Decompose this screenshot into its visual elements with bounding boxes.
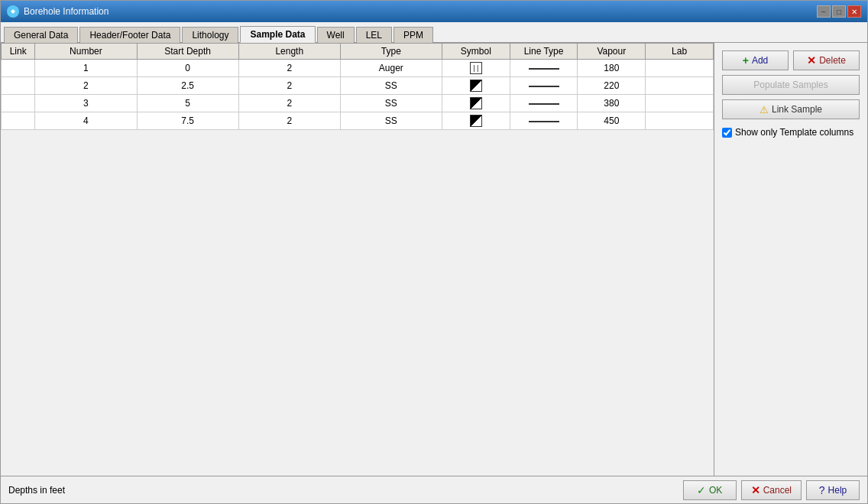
depths-label: Depths in feet (8, 485, 65, 496)
status-bar: Depths in feet ✓ OK ✕ Cancel ? Help (1, 476, 867, 503)
close-button[interactable]: ✕ (847, 5, 861, 18)
cell-start-depth: 5 (137, 95, 238, 112)
tab-sample-data[interactable]: Sample Data (240, 26, 315, 43)
cell-link (2, 95, 35, 112)
cancel-cross-icon: ✕ (751, 484, 760, 496)
maximize-button[interactable]: □ (832, 5, 846, 18)
cell-type: SS (340, 77, 442, 95)
table-row[interactable]: 352SS380 (2, 95, 714, 112)
ok-button[interactable]: ✓ OK (683, 480, 737, 500)
cell-vapour: 180 (578, 60, 646, 77)
tabs-bar: General Data Header/Footer Data Litholog… (1, 22, 867, 43)
cell-type: SS (340, 112, 442, 130)
cell-start-depth: 0 (137, 60, 238, 77)
main-window: Borehole Information − □ ✕ General Data … (0, 0, 868, 504)
show-template-row: Show only Template columns (722, 127, 860, 138)
cell-number: 4 (35, 112, 137, 130)
col-header-number: Number (35, 44, 137, 60)
line-type-icon (529, 68, 559, 70)
cell-vapour: 450 (578, 112, 646, 130)
ss-symbol-icon (470, 97, 482, 109)
cell-link (2, 112, 35, 130)
minimize-button[interactable]: − (817, 5, 831, 18)
tab-general-data[interactable]: General Data (4, 27, 78, 43)
cell-number: 1 (35, 60, 137, 77)
col-header-line-type: Line Type (510, 44, 578, 60)
cell-line-type (510, 95, 578, 112)
cell-symbol (442, 77, 510, 95)
cell-symbol (442, 95, 510, 112)
show-template-checkbox[interactable] (722, 128, 732, 138)
add-button[interactable]: + Add (722, 50, 789, 70)
tab-well[interactable]: Well (317, 27, 355, 43)
cell-vapour: 220 (578, 77, 646, 95)
title-bar-buttons: − □ ✕ (817, 5, 861, 18)
cell-length: 2 (238, 95, 340, 112)
add-label: Add (752, 55, 768, 66)
plus-icon: + (743, 54, 749, 67)
col-header-vapour: Vapour (578, 44, 646, 60)
data-table: Link Number Start Depth Length Type Symb… (1, 43, 714, 130)
col-header-start-depth: Start Depth (137, 44, 238, 60)
window-title: Borehole Information (24, 6, 108, 17)
line-type-icon (529, 86, 559, 87)
cell-line-type (510, 112, 578, 130)
populate-samples-button[interactable]: Populate Samples (722, 75, 860, 95)
footer-buttons: ✓ OK ✕ Cancel ? Help (683, 480, 860, 500)
ok-label: OK (709, 485, 722, 496)
cell-type: SS (340, 95, 442, 112)
tab-header-footer-data[interactable]: Header/Footer Data (79, 27, 180, 43)
cell-lab (646, 60, 714, 77)
cell-start-depth: 2.5 (137, 77, 238, 95)
title-bar-left: Borehole Information (7, 5, 108, 18)
help-icon: ? (819, 484, 825, 496)
ss-symbol-icon (470, 80, 482, 92)
help-button[interactable]: ? Help (806, 480, 860, 500)
show-template-label: Show only Template columns (735, 127, 853, 138)
warning-icon: ⚠ (760, 104, 769, 115)
cell-lab (646, 77, 714, 95)
cell-number: 3 (35, 95, 137, 112)
table-row[interactable]: 22.52SS220 (2, 77, 714, 95)
cell-link (2, 60, 35, 77)
help-label: Help (828, 485, 847, 496)
link-sample-button[interactable]: ⚠ Link Sample (722, 99, 860, 119)
table-area[interactable]: Link Number Start Depth Length Type Symb… (1, 43, 714, 476)
cell-type: Auger (340, 60, 442, 77)
auger-symbol-icon: || (470, 62, 482, 74)
tab-lithology[interactable]: Lithology (182, 27, 238, 43)
cell-vapour: 380 (578, 95, 646, 112)
col-header-length: Length (238, 44, 340, 60)
col-header-type: Type (340, 44, 442, 60)
title-bar: Borehole Information − □ ✕ (1, 1, 867, 22)
table-row[interactable]: 47.52SS450 (2, 112, 714, 130)
cancel-label: Cancel (763, 485, 792, 496)
cell-start-depth: 7.5 (137, 112, 238, 130)
cell-number: 2 (35, 77, 137, 95)
table-row[interactable]: 102Auger||180 (2, 60, 714, 77)
cell-line-type (510, 77, 578, 95)
main-area: Link Number Start Depth Length Type Symb… (1, 43, 867, 476)
tab-lel[interactable]: LEL (356, 27, 392, 43)
cell-length: 2 (238, 77, 340, 95)
cell-symbol (442, 112, 510, 130)
delete-button[interactable]: ✕ Delete (793, 50, 860, 70)
cell-length: 2 (238, 60, 340, 77)
cell-lab (646, 95, 714, 112)
check-icon: ✓ (697, 484, 706, 496)
table-header-row: Link Number Start Depth Length Type Symb… (2, 44, 714, 60)
cell-lab (646, 112, 714, 130)
app-icon (7, 5, 19, 18)
line-type-icon (529, 103, 559, 105)
delete-label: Delete (819, 55, 846, 66)
cancel-button[interactable]: ✕ Cancel (741, 480, 802, 500)
link-sample-label: Link Sample (772, 104, 822, 115)
cell-link (2, 77, 35, 95)
cross-icon: ✕ (807, 54, 816, 67)
cell-length: 2 (238, 112, 340, 130)
ss-symbol-icon (470, 115, 482, 127)
cell-symbol: || (442, 60, 510, 77)
line-type-icon (529, 121, 559, 122)
tab-ppm[interactable]: PPM (394, 27, 433, 43)
col-header-symbol: Symbol (442, 44, 510, 60)
